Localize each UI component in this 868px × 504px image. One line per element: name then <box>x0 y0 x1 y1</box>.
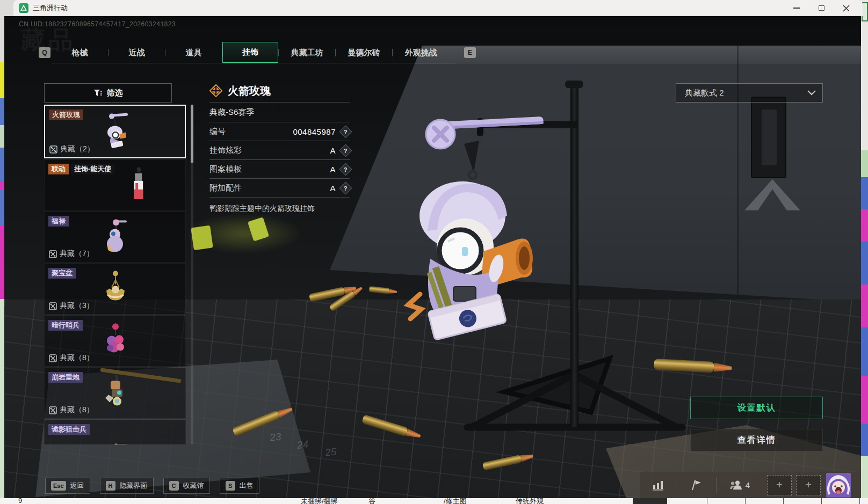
filter-button[interactable]: 筛选 <box>44 83 172 103</box>
scrollbar-thumb[interactable] <box>191 105 193 163</box>
season-label: 典藏-S6赛季 <box>209 103 350 122</box>
tab-collection-workshop[interactable]: 典藏工坊 <box>279 42 335 63</box>
detail-row-accessory: 附加配件 A ? <box>209 179 350 197</box>
bar-chart-icon <box>652 480 664 491</box>
collection-icon <box>49 354 57 362</box>
charm-name-badge: 诡影狙击兵 <box>48 424 90 435</box>
bullet <box>654 359 732 374</box>
maximize-button[interactable] <box>809 0 834 16</box>
svg-text:25: 25 <box>324 445 337 458</box>
plus-icon: + <box>805 479 812 491</box>
s-keycap: S <box>226 481 235 491</box>
collection-count: 典藏（8） <box>49 353 94 363</box>
hotkey-collection-hall[interactable]: C 收藏馆 <box>163 478 210 494</box>
flag-icon <box>690 479 702 491</box>
view-details-button[interactable]: 查看详情 <box>690 429 823 451</box>
charm-name-badge: 挂饰-能天使 <box>71 164 114 174</box>
category-tabs: 枪械 近战 道具 挂饰 典藏工坊 曼德尔砖 外观挑战 <box>52 42 449 63</box>
background-text-fragment: /修主图 <box>444 498 467 504</box>
hotkey-bar: Esc 返回 H 隐藏界面 C 收藏馆 S 出售 <box>45 478 259 494</box>
help-icon[interactable]: ? <box>339 163 352 176</box>
empty-slot-add-button[interactable]: + <box>767 475 792 495</box>
collection-icon <box>49 145 57 154</box>
set-default-button[interactable]: 设置默认 <box>690 397 823 419</box>
tab-melee[interactable]: 近战 <box>108 42 165 63</box>
hotkey-hide-ui[interactable]: H 隐藏界面 <box>100 478 154 494</box>
list-item-dark-sentinel[interactable]: 暗行哨兵 典藏（8） <box>44 316 186 367</box>
bullet <box>232 405 294 437</box>
charm-thumbnail <box>119 166 157 204</box>
collection-icon <box>49 250 57 258</box>
help-icon[interactable]: ? <box>339 181 352 194</box>
list-item-treasure-bowl[interactable]: 聚宝盆 典藏（3） <box>44 264 186 315</box>
player-avatar[interactable] <box>826 473 851 498</box>
charm-thumbnail <box>96 373 134 412</box>
plus-icon: + <box>776 479 783 491</box>
empty-slot-add-button[interactable]: + <box>796 475 821 495</box>
mat-numbers: 23 24 25 <box>269 430 337 458</box>
background-window-right-edge <box>861 0 868 504</box>
list-item-phantom-sniper[interactable]: 诡影狙击兵 <box>44 420 186 444</box>
list-item-rockfall-cannon[interactable]: 崩岩重炮 典藏（8） <box>44 368 186 419</box>
tab-appearance-challenge[interactable]: 外观挑战 <box>393 42 449 63</box>
close-button[interactable] <box>834 0 858 16</box>
collection-icon <box>49 302 57 310</box>
divider <box>209 197 350 198</box>
style-dropdown-value: 典藏款式 2 <box>685 88 724 98</box>
tab-mandel-brick[interactable]: 曼德尔砖 <box>336 42 392 63</box>
charm-name-badge: 火箭玫瑰 <box>49 109 83 120</box>
minimize-icon <box>793 8 800 9</box>
background-window-bottom-strip: 9 未捆绑/捆绑 谷 /修主图 传统外观 <box>0 498 868 504</box>
esc-keycap: Esc <box>51 481 66 491</box>
tab-guns[interactable]: 枪械 <box>52 42 108 63</box>
detail-row-colorway: 挂饰炫彩 A ? <box>209 141 350 159</box>
list-scrollbar[interactable] <box>191 105 193 444</box>
duck-charm <box>408 116 544 340</box>
stats-button[interactable] <box>640 472 676 498</box>
charm-title: 火箭玫瑰 <box>228 84 271 98</box>
hotkey-back[interactable]: Esc 返回 <box>45 478 90 494</box>
charm-thumbnail <box>96 217 134 255</box>
bullet <box>369 286 397 295</box>
tab-next-keycap: E <box>464 47 476 58</box>
collection-count: 典藏（8） <box>49 405 94 415</box>
linkage-badge: 联动 <box>48 164 69 174</box>
collection-count: 典藏（3） <box>49 301 94 311</box>
charm-name-badge: 崩岩重炮 <box>48 372 83 383</box>
c-keycap: C <box>169 481 179 491</box>
charm-detail-panel: 火箭玫瑰 典藏-S6赛季 编号 004845987 ? 挂饰炫彩 A ? 图案模… <box>209 79 350 214</box>
filter-label: 筛选 <box>107 88 123 98</box>
charm-name-badge: 聚宝盆 <box>48 268 76 279</box>
charm-name-badge: 福禄 <box>48 216 69 227</box>
hotkey-sell[interactable]: S 出售 <box>220 478 259 494</box>
tab-charms-active[interactable]: 挂饰 <box>222 42 278 63</box>
background-text-fragment: 9 <box>18 498 22 504</box>
tab-prev-keycap: Q <box>39 47 50 58</box>
svg-text:23: 23 <box>269 430 282 443</box>
bullet <box>361 414 422 441</box>
window-titlebar: 三角洲行动 <box>13 0 863 16</box>
window-title: 三角洲行动 <box>33 3 68 13</box>
tab-items[interactable]: 道具 <box>165 42 222 63</box>
charm-thumbnail <box>96 321 134 360</box>
background-text-fragment: 未捆绑/捆绑 <box>301 498 338 504</box>
help-icon[interactable]: ? <box>339 125 352 138</box>
list-item-fulu[interactable]: 福禄 典藏（7） <box>44 211 186 262</box>
charm-description: 鸭影鹅踪主题中的火箭玫瑰挂饰 <box>209 204 350 214</box>
background-text-fragment: 谷 <box>368 498 375 504</box>
auction-button[interactable] <box>676 472 716 498</box>
list-item-rocket-rose[interactable]: 火箭玫瑰 典藏（2） <box>44 105 186 158</box>
filter-funnel-icon <box>93 89 103 97</box>
bullet <box>482 452 534 470</box>
collection-count: 典藏（7） <box>49 249 94 259</box>
close-icon <box>843 5 850 12</box>
app-logo-icon <box>19 3 28 13</box>
charm-thumbnail <box>96 112 134 150</box>
help-icon[interactable]: ? <box>339 144 352 157</box>
list-item-linkage-angel[interactable]: 联动 挂饰-能天使 <box>44 159 186 210</box>
screen: 三角洲行动 <box>0 0 868 504</box>
collection-count: 典藏（2） <box>49 144 95 154</box>
minimize-button[interactable] <box>784 0 809 16</box>
team-button[interactable]: 4 <box>717 472 763 498</box>
style-dropdown[interactable]: 典藏款式 2 <box>676 83 823 103</box>
